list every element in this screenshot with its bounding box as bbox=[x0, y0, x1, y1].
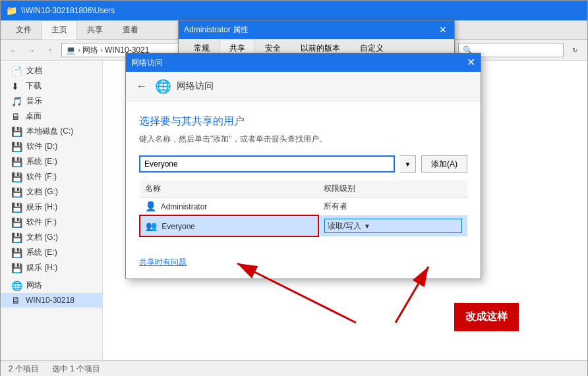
sidebar-label-g2: 文档 (G:) bbox=[26, 232, 58, 243]
sidebar-label-d: 软件 (D:) bbox=[26, 141, 57, 152]
admin-user-icon: 👤 bbox=[145, 201, 156, 211]
sidebar-label-win10: WIN10-30218 bbox=[26, 296, 74, 305]
sidebar-item-e2[interactable]: 💾 系统 (E:) bbox=[1, 245, 102, 260]
sidebar-item-network[interactable]: 🌐 网络 bbox=[1, 278, 102, 293]
sidebar-label-h2: 娱乐 (H:) bbox=[26, 262, 57, 273]
network-close-button[interactable]: ✕ bbox=[467, 57, 475, 68]
sidebar: 📄 文档 ⬇ 下载 🎵 音乐 🖥 桌面 💾 本地磁盘 (C:) 💾 软件 bbox=[1, 61, 103, 360]
sidebar-item-h[interactable]: 💾 娱乐 (H:) bbox=[1, 200, 102, 215]
network-back-button[interactable]: ← bbox=[136, 80, 147, 92]
sidebar-item-d[interactable]: 💾 软件 (D:) bbox=[1, 139, 102, 154]
desktop-icon: 🖥 bbox=[11, 111, 22, 122]
drive-h-icon: 💾 bbox=[11, 202, 22, 213]
sidebar-item-c[interactable]: 💾 本地磁盘 (C:) bbox=[1, 124, 102, 139]
sidebar-item-g2[interactable]: 💾 文档 (G:) bbox=[1, 230, 102, 245]
admin-user-name: Administrator bbox=[161, 202, 208, 211]
back-button[interactable]: ← bbox=[6, 43, 20, 57]
table-row-admin: 👤 Administrator 所有者 bbox=[140, 198, 467, 216]
network-dialog-header: ← 🌐 网络访问 bbox=[126, 72, 481, 101]
network-access-dialog: 网络访问 ✕ ← 🌐 网络访问 选择要与其共享的用户 键入名称，然后单击"添加"… bbox=[125, 53, 481, 279]
drive-c-icon: 💾 bbox=[11, 126, 22, 137]
network-section-title: 选择要与其共享的用户 bbox=[139, 115, 467, 128]
network-description: 键入名称，然后单击"添加"，或者单击箭头查找用户。 bbox=[139, 134, 467, 145]
sidebar-label-downloads: 下载 bbox=[26, 80, 42, 92]
refresh-button[interactable]: ↻ bbox=[568, 43, 582, 57]
sidebar-label-e2: 系统 (E:) bbox=[26, 247, 57, 258]
admin-permission-label: 所有者 bbox=[324, 201, 347, 211]
admin-dialog-title: Administrator 属性 bbox=[184, 24, 249, 36]
sidebar-label-network: 网络 bbox=[26, 280, 42, 291]
breadcrumb-sep-1: › bbox=[78, 45, 80, 55]
tab-home[interactable]: 主页 bbox=[42, 20, 77, 40]
up-button[interactable]: ↑ bbox=[43, 43, 57, 57]
computer-icon: 🖥 bbox=[11, 295, 22, 306]
table-row-everyone: 👥 Everyone 读取/写入 ▼ bbox=[140, 215, 467, 236]
tab-file[interactable]: 文件 bbox=[6, 20, 42, 39]
sidebar-item-win10[interactable]: 🖥 WIN10-30218 bbox=[1, 293, 102, 308]
sidebar-label-f2: 软件 (F:) bbox=[26, 217, 57, 228]
network-input-row: ▼ 添加(A) bbox=[139, 155, 467, 173]
network-header-icon: 🌐 bbox=[155, 78, 171, 94]
user-search-input[interactable] bbox=[139, 155, 395, 173]
title-icon: 📁 bbox=[6, 5, 17, 16]
annotation-text: 改成这样 bbox=[465, 311, 508, 322]
permission-arrow-icon: ▼ bbox=[364, 223, 370, 230]
everyone-user-cell: 👥 Everyone bbox=[140, 215, 318, 236]
everyone-user-icon: 👥 bbox=[146, 221, 157, 231]
sidebar-label-g: 文档 (G:) bbox=[26, 186, 58, 198]
troubleshoot-link[interactable]: 共享时有问题 bbox=[139, 257, 187, 268]
music-icon: 🎵 bbox=[11, 96, 22, 107]
tab-view[interactable]: 查看 bbox=[113, 20, 148, 39]
admin-dialog-titlebar: Administrator 属性 ✕ bbox=[179, 20, 454, 39]
admin-permission-cell: 所有者 bbox=[318, 198, 467, 216]
sidebar-label-h: 娱乐 (H:) bbox=[26, 201, 57, 213]
network-header-title: 网络访问 bbox=[177, 80, 214, 92]
sidebar-item-h2[interactable]: 💾 娱乐 (H:) bbox=[1, 260, 102, 275]
forward-button[interactable]: → bbox=[24, 43, 39, 57]
user-dropdown-button[interactable]: ▼ bbox=[400, 155, 416, 173]
table-header-name: 名称 bbox=[140, 180, 318, 198]
drive-g2-icon: 💾 bbox=[11, 232, 22, 243]
add-user-button[interactable]: 添加(A) bbox=[421, 155, 467, 173]
window-title: \\WIN10-302181806\Users bbox=[21, 6, 115, 15]
sidebar-item-documents[interactable]: 📄 文档 bbox=[1, 63, 102, 78]
sidebar-item-downloads[interactable]: ⬇ 下载 bbox=[1, 78, 102, 94]
sidebar-item-e[interactable]: 💾 系统 (E:) bbox=[1, 154, 102, 169]
everyone-permission-cell: 读取/写入 ▼ bbox=[318, 215, 467, 236]
sidebar-item-f2[interactable]: 💾 软件 (F:) bbox=[1, 215, 102, 230]
sidebar-item-music[interactable]: 🎵 音乐 bbox=[1, 94, 102, 109]
title-bar: 📁 \\WIN10-302181806\Users bbox=[1, 1, 587, 20]
status-bar: 2 个项目 选中 1 个项目 bbox=[1, 360, 587, 376]
sidebar-label-desktop: 桌面 bbox=[26, 111, 42, 122]
permission-value: 读取/写入 bbox=[328, 221, 361, 232]
permission-dropdown-everyone[interactable]: 读取/写入 ▼ bbox=[324, 219, 462, 233]
drive-f-icon: 💾 bbox=[11, 172, 22, 182]
network-dialog-footer: 共享时有问题 bbox=[126, 252, 481, 279]
table-header-permission: 权限级别 bbox=[318, 180, 467, 198]
sidebar-label-documents: 文档 bbox=[26, 65, 42, 76]
drive-h2-icon: 💾 bbox=[11, 263, 22, 273]
breadcrumb-sep-2: › bbox=[100, 45, 103, 55]
breadcrumb-1: 网络 bbox=[82, 45, 98, 56]
tab-share[interactable]: 共享 bbox=[77, 20, 113, 39]
drive-f2-icon: 💾 bbox=[11, 217, 22, 228]
annotation-box: 改成这样 bbox=[454, 303, 519, 331]
network-dialog-body: 选择要与其共享的用户 键入名称，然后单击"添加"，或者单击箭头查找用户。 ▼ 添… bbox=[126, 101, 481, 252]
sidebar-item-g[interactable]: 💾 文档 (G:) bbox=[1, 184, 102, 200]
document-icon: 📄 bbox=[11, 66, 22, 76]
admin-close-button[interactable]: ✕ bbox=[437, 24, 449, 36]
drive-d-icon: 💾 bbox=[11, 142, 22, 152]
sidebar-item-desktop[interactable]: 🖥 桌面 bbox=[1, 109, 102, 124]
sidebar-label-e: 系统 (E:) bbox=[26, 156, 57, 167]
sidebar-label-music: 音乐 bbox=[26, 95, 42, 107]
sidebar-item-f[interactable]: 💾 软件 (F:) bbox=[1, 169, 102, 184]
network-dialog-title: 网络访问 bbox=[131, 57, 163, 68]
network-icon: 🌐 bbox=[11, 281, 22, 291]
drive-e2-icon: 💾 bbox=[11, 248, 22, 258]
admin-user-cell: 👤 Administrator bbox=[140, 198, 318, 216]
user-permission-table: 名称 权限级别 👤 Administrator 所有者 👥 bbox=[139, 180, 467, 237]
status-selected-count: 选中 1 个项目 bbox=[52, 363, 100, 375]
status-item-count: 2 个项目 bbox=[9, 363, 39, 375]
everyone-user-name: Everyone bbox=[162, 222, 195, 231]
network-dialog-titlebar: 网络访问 ✕ bbox=[126, 53, 481, 72]
